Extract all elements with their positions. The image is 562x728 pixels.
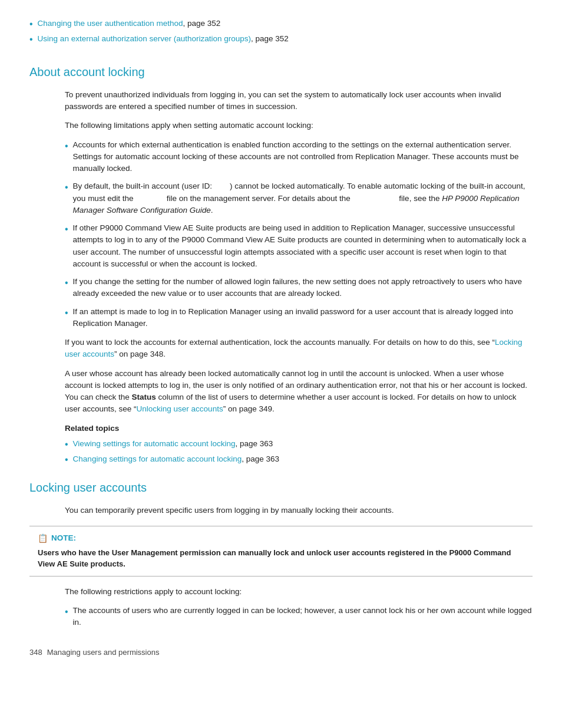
related-topics-heading: Related topics xyxy=(65,423,533,434)
page-number: 348 xyxy=(29,647,42,658)
status-bold: Status xyxy=(132,393,156,401)
about-limitations-intro: The following limitations apply when set… xyxy=(29,120,533,131)
footer-text: Managing users and permissions xyxy=(47,647,160,658)
top-link-item-2: • Using an external authorization server… xyxy=(29,33,533,46)
related-link-1: Viewing settings for automatic account l… xyxy=(73,438,273,450)
about-bullet-list: • Accounts for which external authentica… xyxy=(65,139,533,330)
locking-btext-1: The accounts of users who are currently … xyxy=(73,605,533,629)
about-bdot-5: • xyxy=(65,306,68,319)
locking-bullet-1: • The accounts of users who are currentl… xyxy=(65,605,533,629)
related-bdot-1: • xyxy=(65,438,68,451)
top-link-1-anchor[interactable]: Changing the user authentication method xyxy=(38,19,183,28)
related-link-item-1: • Viewing settings for automatic account… xyxy=(65,438,533,451)
locking-bullet-list: • The accounts of users who are currentl… xyxy=(65,605,533,629)
note-header: 📋 NOTE: xyxy=(38,532,524,545)
top-link-2-text: Using an external authorization server (… xyxy=(38,33,289,45)
top-link-2-anchor[interactable]: Using an external authorization server (… xyxy=(38,34,251,43)
note-label: NOTE: xyxy=(51,532,76,544)
about-bdot-3: • xyxy=(65,222,68,236)
related-bdot-2: • xyxy=(65,453,68,466)
about-bullet-2: • By default, the built-in account (user… xyxy=(65,180,533,216)
about-account-locking-section: About account locking To prevent unautho… xyxy=(29,63,533,467)
top-links-section: • Changing the user authentication metho… xyxy=(29,18,533,47)
about-bullet-4: • If you change the setting for the numb… xyxy=(65,276,533,300)
bullet-dot-1: • xyxy=(29,18,33,31)
about-bullet-5: • If an attempt is made to log in to Rep… xyxy=(65,306,533,330)
about-bdot-1: • xyxy=(65,139,68,153)
locking-restrictions-intro: The following restrictions apply to acco… xyxy=(29,586,533,598)
about-locked-user-para: A user whose account has already been lo… xyxy=(29,368,533,416)
about-btext-4: If you change the setting for the number… xyxy=(73,276,533,300)
about-bullet-3: • If other P9000 Command View AE Suite p… xyxy=(65,222,533,270)
about-bdot-2: • xyxy=(65,180,68,194)
unlocking-user-accounts-link[interactable]: Unlocking user accounts xyxy=(137,404,223,413)
top-link-item-1: • Changing the user authentication metho… xyxy=(29,18,533,31)
about-intro-paragraph: To prevent unauthorized individuals from… xyxy=(29,89,533,113)
locking-user-accounts-link[interactable]: Locking user accounts xyxy=(65,338,522,358)
note-box: 📋 NOTE: Users who have the User Manageme… xyxy=(29,526,533,577)
note-icon: 📋 xyxy=(38,532,48,545)
note-text: Users who have the User Management permi… xyxy=(38,547,524,570)
about-section-heading: About account locking xyxy=(29,63,533,81)
about-bdot-4: • xyxy=(65,276,68,289)
locking-bdot-1: • xyxy=(65,605,68,618)
related-link-item-2: • Changing settings for automatic accoun… xyxy=(65,453,533,466)
related-link-2-anchor[interactable]: Changing settings for automatic account … xyxy=(73,454,242,463)
top-link-1-text: Changing the user authentication method,… xyxy=(38,18,221,29)
related-links-list: • Viewing settings for automatic account… xyxy=(65,438,533,467)
about-btext-2: By default, the built-in account (user I… xyxy=(73,180,533,216)
about-btext-5: If an attempt is made to log in to Repli… xyxy=(73,306,533,330)
about-bullet-1: • Accounts for which external authentica… xyxy=(65,139,533,175)
locking-user-accounts-section: Locking user accounts You can temporaril… xyxy=(29,479,533,629)
locking-intro-paragraph: You can temporarily prevent specific use… xyxy=(29,505,533,516)
page-footer: 348 Managing users and permissions xyxy=(29,647,533,658)
related-link-1-anchor[interactable]: Viewing settings for automatic account l… xyxy=(73,439,236,448)
bullet-dot-2: • xyxy=(29,33,33,46)
about-btext-1: Accounts for which external authenticati… xyxy=(73,139,533,175)
locking-section-heading: Locking user accounts xyxy=(29,479,533,496)
about-external-auth-para: If you want to lock the accounts for ext… xyxy=(29,337,533,361)
about-btext-3: If other P9000 Command View AE Suite pro… xyxy=(73,222,533,270)
related-link-2: Changing settings for automatic account … xyxy=(73,453,279,465)
